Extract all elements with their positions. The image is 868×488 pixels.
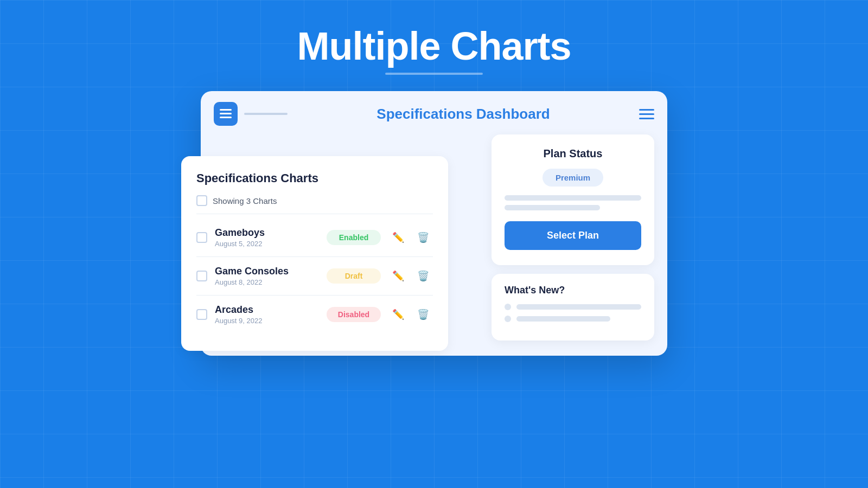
- title-underline: [385, 73, 483, 75]
- showing-text: Showing 3 Charts: [213, 196, 277, 206]
- specs-charts-panel: Specifications Charts Showing 3 Charts G…: [181, 156, 448, 351]
- edit-button-game-consoles[interactable]: ✏️: [388, 266, 408, 286]
- right-column: Plan Status Premium Select Plan What's N…: [492, 134, 654, 341]
- checkbox-arcades[interactable]: [196, 309, 207, 320]
- news-dot-2: [505, 316, 511, 322]
- news-dot-1: [505, 304, 511, 310]
- chart-item-arcades: Arcades August 9, 2022 Disabled ✏️ 🗑️: [196, 296, 433, 333]
- chart-date-game-consoles: August 8, 2022: [215, 278, 319, 286]
- checkbox-gameboys[interactable]: [196, 232, 207, 243]
- dashboard-header: Specifications Dashboard: [214, 102, 654, 134]
- news-line-2: [516, 316, 610, 322]
- chart-name-gameboys: Gameboys: [215, 227, 319, 239]
- hamburger-button[interactable]: [639, 109, 654, 119]
- edit-button-gameboys[interactable]: ✏️: [388, 228, 408, 247]
- hamburger-line-1: [639, 109, 654, 111]
- news-item-2: [505, 316, 641, 322]
- status-badge-gameboys: Enabled: [327, 230, 381, 245]
- delete-button-game-consoles[interactable]: 🗑️: [413, 266, 433, 286]
- header-logo-line: [244, 113, 288, 115]
- dashboard-title: Specifications Dashboard: [288, 106, 639, 123]
- dashboard-body: Specifications Charts Showing 3 Charts G…: [214, 134, 654, 341]
- chart-name-game-consoles: Game Consoles: [215, 266, 319, 277]
- page-title-section: Multiple Charts: [0, 0, 868, 91]
- select-plan-button[interactable]: Select Plan: [505, 221, 641, 250]
- edit-button-arcades[interactable]: ✏️: [388, 305, 408, 324]
- whats-new-card: What's New?: [492, 274, 654, 341]
- svg-rect-1: [220, 113, 232, 114]
- chart-date-gameboys: August 5, 2022: [215, 240, 319, 248]
- news-item-1: [505, 304, 641, 310]
- news-line-1: [516, 304, 641, 310]
- checkbox-game-consoles[interactable]: [196, 271, 207, 281]
- plan-line-1: [505, 195, 641, 201]
- delete-button-arcades[interactable]: 🗑️: [413, 305, 433, 324]
- delete-button-gameboys[interactable]: 🗑️: [413, 228, 433, 247]
- menu-icon: [220, 109, 232, 119]
- svg-rect-0: [220, 109, 232, 111]
- action-icons-game-consoles: ✏️ 🗑️: [388, 266, 433, 286]
- status-badge-game-consoles: Draft: [327, 268, 381, 284]
- whats-new-title: What's New?: [505, 285, 641, 296]
- specs-charts-title: Specifications Charts: [196, 171, 433, 185]
- premium-badge: Premium: [542, 169, 603, 187]
- plan-placeholder-lines: [505, 195, 641, 210]
- menu-icon-box[interactable]: [214, 102, 238, 126]
- select-all-checkbox[interactable]: [196, 195, 207, 206]
- chart-info-arcades: Arcades August 9, 2022: [215, 304, 319, 325]
- hamburger-line-2: [639, 113, 654, 115]
- status-badge-arcades: Disabled: [327, 307, 381, 322]
- chart-name-arcades: Arcades: [215, 304, 319, 316]
- showing-row: Showing 3 Charts: [196, 195, 433, 214]
- svg-rect-2: [220, 117, 232, 118]
- chart-info-game-consoles: Game Consoles August 8, 2022: [215, 266, 319, 286]
- chart-date-arcades: August 9, 2022: [215, 317, 319, 325]
- chart-item-game-consoles: Game Consoles August 8, 2022 Draft ✏️ 🗑️: [196, 257, 433, 296]
- plan-status-title: Plan Status: [505, 147, 641, 160]
- dashboard-container: Specifications Dashboard Specifications …: [201, 91, 667, 356]
- dashboard-card: Specifications Dashboard Specifications …: [201, 91, 667, 356]
- plan-status-card: Plan Status Premium Select Plan: [492, 134, 654, 265]
- hamburger-line-3: [639, 118, 654, 119]
- chart-item-gameboys: Gameboys August 5, 2022 Enabled ✏️ 🗑️: [196, 219, 433, 257]
- chart-info-gameboys: Gameboys August 5, 2022: [215, 227, 319, 248]
- action-icons-gameboys: ✏️ 🗑️: [388, 228, 433, 247]
- page-title: Multiple Charts: [0, 24, 868, 68]
- action-icons-arcades: ✏️ 🗑️: [388, 305, 433, 324]
- header-left: [214, 102, 288, 126]
- plan-line-2: [505, 205, 600, 210]
